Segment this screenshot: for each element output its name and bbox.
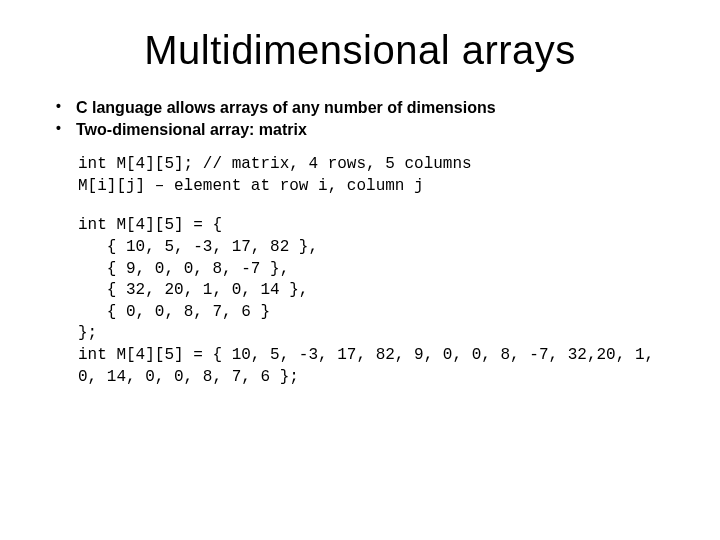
code-block-declaration: int M[4][5]; // matrix, 4 rows, 5 column… (78, 154, 670, 197)
bullet-list: C language allows arrays of any number o… (50, 97, 670, 140)
slide: Multidimensional arrays C language allow… (0, 0, 720, 540)
code-block-initialization: int M[4][5] = { { 10, 5, -3, 17, 82 }, {… (78, 215, 670, 388)
bullet-item: Two-dimensional array: matrix (50, 119, 670, 141)
slide-title: Multidimensional arrays (50, 28, 670, 73)
bullet-item: C language allows arrays of any number o… (50, 97, 670, 119)
